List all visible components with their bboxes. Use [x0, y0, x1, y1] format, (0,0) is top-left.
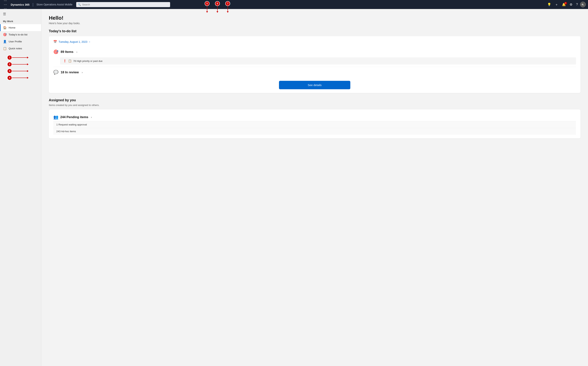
today-section-title: Today's to-do list	[49, 29, 580, 33]
search-input[interactable]	[76, 2, 170, 7]
notes-icon: 📋	[3, 47, 7, 50]
sidebar-item-home[interactable]: 🏠 Home	[0, 24, 41, 31]
pending-row[interactable]: 👥 244 Pending items ›	[53, 113, 576, 121]
items-icon: 🎯	[53, 49, 58, 54]
settings-button[interactable]: ⚙	[568, 1, 574, 8]
home-icon: 🏠	[3, 26, 7, 30]
avatar[interactable]: R.	[580, 2, 586, 7]
help-icon: ?	[576, 3, 578, 6]
content-area: Hello! Here's how your day looks. Today'…	[41, 9, 588, 366]
pending-chevron-icon: ›	[91, 116, 92, 119]
search-icon: 🔍	[78, 3, 81, 6]
plus-icon: ＋	[555, 2, 558, 7]
search-container: 🔍	[76, 2, 170, 7]
main-layout: ☰ My Work 🏠 Home 🎯 Today's to-do list 👤 …	[0, 9, 588, 366]
date-label: Tuesday, August 1, 2023	[59, 40, 87, 43]
todo-icon: 🎯	[3, 33, 7, 36]
calendar-icon: 📅	[53, 40, 57, 44]
sidebar-item-todo[interactable]: 🎯 Today's to-do list	[0, 31, 41, 38]
today-card: 📅 Tuesday, August 1, 2023 › 🎯 89 Items ›…	[49, 36, 580, 93]
divider	[53, 67, 576, 67]
high-priority-label: 78 High priority or past due	[73, 60, 103, 62]
sub-item-approval: 1 Request waiting approval	[53, 121, 576, 128]
sidebar-section-label: My Work	[0, 19, 41, 24]
waffle-button[interactable]: ⋯⋯⋯	[2, 0, 8, 12]
pending-count: 244 Pending items	[60, 115, 88, 119]
topbar-actions: 💡 ＋ 🔔 7 ⚙ ? R.	[546, 1, 586, 8]
sidebar-todo-label: Today's to-do list	[9, 33, 27, 36]
sidebar-item-quicknotes[interactable]: 📋 Quick notes	[0, 45, 41, 52]
sidebar: ☰ My Work 🏠 Home 🎯 Today's to-do list 👤 …	[0, 9, 41, 366]
review-chevron-icon: ›	[82, 71, 83, 74]
review-icon: 💬	[53, 70, 58, 75]
greeting-title: Hello!	[49, 15, 580, 21]
lightbulb-button[interactable]: 💡	[546, 1, 553, 8]
items-row[interactable]: 🎯 89 Items ›	[53, 47, 576, 57]
sidebar-profile-label: User Profile	[9, 40, 22, 43]
gear-icon: ⚙	[570, 3, 572, 7]
task-flag-icon: 📋	[68, 59, 72, 63]
alert-icon: ❗	[63, 59, 67, 63]
greeting-subtitle: Here's how your day looks.	[49, 22, 580, 25]
brand-name: Dynamics 365	[11, 3, 30, 6]
hamburger-icon: ☰	[3, 12, 6, 16]
lightbulb-icon: 💡	[547, 3, 551, 7]
pending-icon: 👥	[53, 115, 58, 120]
see-details-button[interactable]: See details	[279, 81, 350, 89]
in-review-count: 18 In review	[61, 70, 79, 74]
high-priority-row: ❗ 📋 78 High priority or past due	[60, 57, 576, 64]
add-button[interactable]: ＋	[553, 1, 560, 8]
assigned-section-title: Assigned by you	[49, 98, 580, 102]
topbar-divider: |	[32, 2, 33, 7]
date-row[interactable]: 📅 Tuesday, August 1, 2023 ›	[53, 40, 576, 44]
assigned-card: 👥 244 Pending items › 1 Request waiting …	[49, 109, 580, 138]
assigned-subtitle: Items created by you and assigned to oth…	[49, 104, 580, 107]
waffle-icon: ⋯⋯⋯	[4, 0, 7, 10]
sidebar-notes-label: Quick notes	[9, 47, 22, 50]
topbar: ⋯⋯⋯ Dynamics 365 | Store Operations Assi…	[0, 0, 588, 9]
items-count: 89 Items	[61, 50, 73, 54]
app-name: Store Operations Assist Mobile	[36, 3, 72, 6]
sidebar-home-label: Home	[9, 26, 16, 29]
date-chevron-icon: ›	[89, 40, 90, 43]
notification-button[interactable]: 🔔 7	[560, 1, 567, 8]
hamburger-button[interactable]: ☰	[0, 10, 41, 19]
sidebar-item-profile[interactable]: 👤 User Profile	[0, 38, 41, 45]
in-review-row[interactable]: 💬 18 In review ›	[53, 68, 576, 77]
avatar-initials: R.	[582, 3, 584, 6]
items-chevron-icon: ›	[76, 50, 77, 53]
help-button[interactable]: ?	[575, 1, 579, 8]
profile-icon: 👤	[3, 40, 7, 43]
sub-item-adhoc: 243 Ad-hoc items	[53, 128, 576, 135]
notification-badge: 7	[564, 2, 567, 5]
